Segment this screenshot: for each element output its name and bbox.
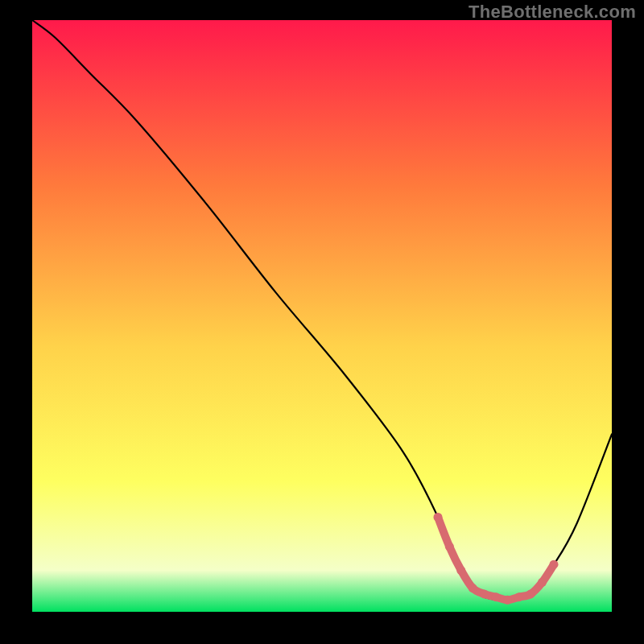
highlight-dot (526, 589, 535, 598)
highlight-dot (514, 592, 523, 601)
highlight-dot (492, 592, 501, 601)
highlight-dot (469, 584, 477, 592)
chart-plot (32, 20, 612, 612)
highlight-dot (434, 513, 443, 522)
chart-svg (32, 20, 612, 612)
highlight-dot (538, 578, 547, 587)
highlight-dot (480, 589, 489, 598)
highlight-dot (503, 596, 512, 605)
chart-frame: TheBottleneck.com (0, 0, 644, 644)
highlight-dot (456, 566, 465, 575)
highlight-dot (445, 543, 454, 551)
gradient-background (32, 20, 612, 612)
highlight-dot (550, 560, 559, 569)
